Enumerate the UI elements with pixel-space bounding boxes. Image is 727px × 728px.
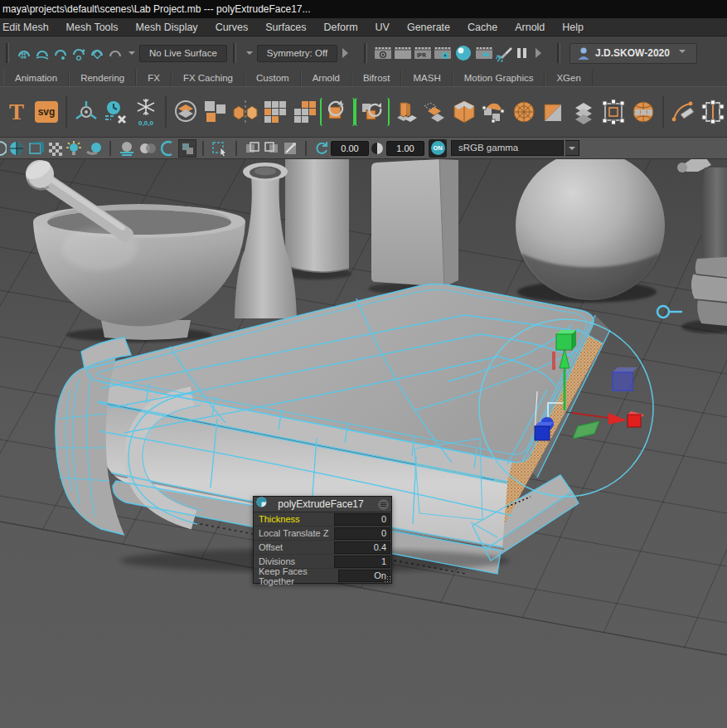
gamma-field[interactable]: 1.00 <box>386 141 424 156</box>
motion-blur-icon[interactable] <box>159 140 177 157</box>
attr-value-field[interactable]: 1 <box>334 556 390 568</box>
attr-value-field[interactable]: 0.4 <box>334 541 390 554</box>
render-view-icon[interactable] <box>373 44 393 62</box>
menu-curves[interactable]: Curves <box>216 22 249 33</box>
freeze-transforms-button[interactable]: 0,0,0 <box>131 96 161 128</box>
separate-button[interactable] <box>201 96 230 128</box>
viewport[interactable]: polyExtrudeFace17 Thickness 0 Local Tran… <box>0 159 727 728</box>
append-polygon-button[interactable] <box>290 96 320 128</box>
extrude-button[interactable] <box>390 96 419 128</box>
toolbar-grip[interactable] <box>557 43 560 63</box>
toolbar-grip[interactable] <box>6 43 9 63</box>
shelf-tab-mash[interactable]: MASH <box>401 70 452 86</box>
menu-deform[interactable]: Deform <box>324 22 358 33</box>
colorspace-dropdown[interactable]: sRGB gamma <box>451 140 564 156</box>
expand-chevron[interactable] <box>342 48 353 58</box>
toolbar-grip[interactable] <box>364 43 367 63</box>
flip-triangle-button[interactable] <box>539 96 569 128</box>
shelf-tab-rendering[interactable]: Rendering <box>69 70 136 86</box>
sphere[interactable] <box>516 159 665 301</box>
shelf-tab-motion-graphics[interactable]: Motion Graphics <box>453 70 545 86</box>
render-current-frame-icon[interactable] <box>393 44 413 62</box>
snap-live-icon[interactable] <box>106 44 124 62</box>
resize-grip[interactable] <box>384 575 390 582</box>
delete-time-button[interactable] <box>101 96 131 128</box>
menu-generate[interactable]: Generate <box>407 22 450 33</box>
shelf-tab-bifrost[interactable]: Bifrost <box>351 70 402 86</box>
expand-chevron[interactable] <box>536 48 546 58</box>
shaded-display-icon[interactable] <box>8 140 26 157</box>
progress-pie-icon[interactable] <box>256 497 267 507</box>
render-layers-icon[interactable] <box>474 44 494 62</box>
combine-button[interactable] <box>171 96 201 128</box>
insert-edge-loop-button[interactable] <box>698 96 727 128</box>
symmetry-field[interactable]: Symmetry: Off <box>257 45 337 62</box>
ipr-render-icon[interactable]: IPR <box>413 44 433 62</box>
smart-extrude-repeat-button[interactable] <box>320 98 355 126</box>
offset-widget[interactable] <box>657 306 682 318</box>
shelf-tab-arnold[interactable]: Arnold <box>301 70 351 86</box>
two-pane-icon[interactable] <box>263 140 280 157</box>
svg-tool-button[interactable]: svg <box>32 96 61 128</box>
menu-edit-mesh[interactable]: Edit Mesh <box>2 22 49 33</box>
menu-arnold[interactable]: Arnold <box>515 22 545 33</box>
exposure-field[interactable]: 0.00 <box>331 141 369 156</box>
spherize-button[interactable] <box>628 96 658 128</box>
xray-icon[interactable] <box>282 140 299 157</box>
colorspace-dropdown-arrow[interactable] <box>565 140 579 156</box>
mirror-button[interactable] <box>230 96 260 128</box>
color-management-toggle[interactable]: ON <box>429 139 447 158</box>
ambient-occlusion-icon[interactable] <box>118 140 137 157</box>
smart-duplicate-repeat-button[interactable] <box>355 98 390 126</box>
account-menu[interactable]: J.D.SKOW-2020 <box>569 43 697 64</box>
exposure-reset-icon[interactable] <box>313 140 329 156</box>
menu-mesh-display[interactable]: Mesh Display <box>136 22 198 33</box>
type-tool-button[interactable]: T <box>2 96 32 128</box>
select-highlight-icon[interactable] <box>211 140 230 157</box>
shadows-icon[interactable] <box>85 140 104 157</box>
menu-uv[interactable]: UV <box>376 22 390 33</box>
paint-effects-icon[interactable] <box>494 44 514 62</box>
shelf-tab-fx[interactable]: FX <box>136 70 172 86</box>
cylinder[interactable] <box>285 159 349 272</box>
snap-curve-icon[interactable] <box>33 44 51 62</box>
menu-cache[interactable]: Cache <box>468 22 497 33</box>
bevel-edge-button[interactable] <box>449 96 479 128</box>
attr-value-field[interactable]: 0 <box>334 527 390 540</box>
menu-surfaces[interactable]: Surfaces <box>265 22 306 33</box>
editor-menu-icon[interactable] <box>378 499 389 510</box>
snap-projected-center-icon[interactable] <box>70 44 88 62</box>
toolbar-grip[interactable] <box>233 43 236 63</box>
gamma-icon[interactable] <box>371 141 385 156</box>
shelf-tab-xgen[interactable]: XGen <box>545 70 592 86</box>
shelf-tab-animation[interactable]: Animation <box>3 70 69 86</box>
render-ball-icon[interactable] <box>453 43 474 63</box>
in-view-editor-titlebar[interactable]: polyExtrudeFace17 <box>254 497 391 512</box>
snap-options-caret[interactable] <box>128 51 135 58</box>
pause-icon[interactable] <box>514 44 531 62</box>
construction-aim-button[interactable] <box>71 96 101 128</box>
fill-hole-button[interactable] <box>260 96 290 128</box>
isolate-select-button[interactable] <box>178 139 196 158</box>
box[interactable] <box>371 159 458 287</box>
shelf-tab-custom[interactable]: Custom <box>245 70 301 86</box>
snap-point-icon[interactable] <box>51 44 70 62</box>
transform-constraint-button[interactable] <box>599 96 628 128</box>
wireframe-on-shaded-icon[interactable] <box>27 140 45 157</box>
lighting-all-icon[interactable] <box>0 140 7 157</box>
live-surface-field[interactable]: No Live Surface <box>139 45 227 62</box>
quad-draw-button[interactable] <box>668 96 698 128</box>
render-settings-icon[interactable] <box>433 44 453 62</box>
mortar[interactable] <box>33 204 245 340</box>
attr-value-field[interactable]: 0 <box>334 513 390 526</box>
use-lights-icon[interactable] <box>65 140 83 157</box>
symmetry-caret[interactable] <box>246 51 253 58</box>
bevel-button[interactable] <box>419 96 449 128</box>
wedge-button[interactable] <box>509 96 539 128</box>
plane-handle-green[interactable] <box>573 421 599 439</box>
textured-display-icon[interactable] <box>46 140 64 157</box>
depth-of-field-icon[interactable] <box>138 140 158 157</box>
duplicate-face-button[interactable] <box>569 96 599 128</box>
shelf-tab-fx-caching[interactable]: FX Caching <box>172 70 245 86</box>
snap-grid-icon[interactable] <box>15 44 33 62</box>
